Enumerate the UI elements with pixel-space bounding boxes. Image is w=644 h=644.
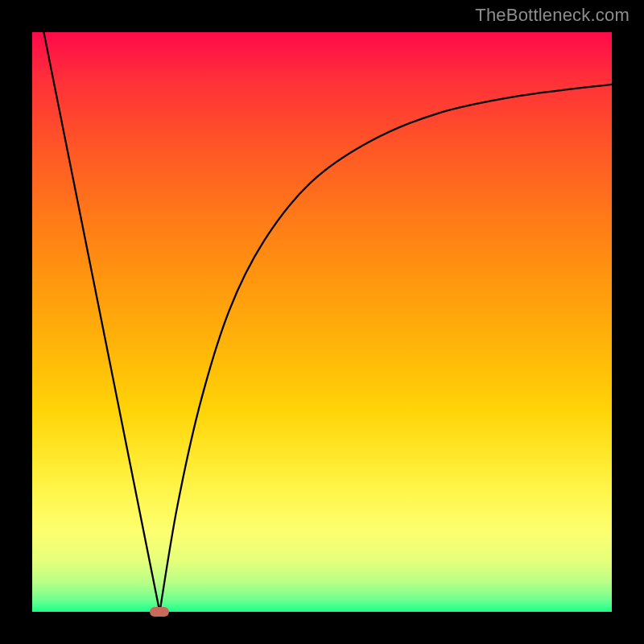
bottleneck-curve <box>43 32 612 612</box>
plot-area <box>32 32 612 612</box>
min-marker <box>150 607 169 617</box>
chart-frame: TheBottleneck.com <box>0 0 644 644</box>
watermark-text: TheBottleneck.com <box>475 5 630 26</box>
curve-svg <box>32 32 612 612</box>
